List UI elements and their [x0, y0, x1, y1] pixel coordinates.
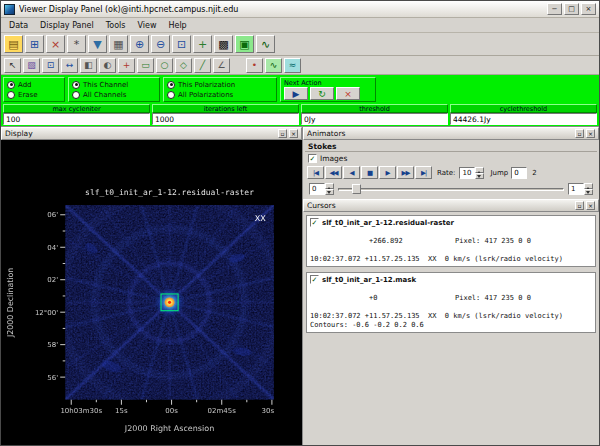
end-frame-spinbox[interactable]: 1 [568, 183, 593, 195]
main-area: Display ▫ × [1, 127, 599, 445]
menu-tools[interactable]: Tools [100, 20, 132, 31]
play-button[interactable]: ▶ [379, 166, 396, 179]
zoom-tool-icon[interactable]: ⊡ [42, 58, 59, 73]
iterate-deconvolution-button[interactable]: ↻ [310, 87, 334, 100]
cyclethreshold-input[interactable] [450, 113, 597, 125]
add-radio[interactable] [7, 81, 15, 89]
y-tick-5: 56' [47, 374, 58, 382]
cursor-value: +0 [369, 294, 455, 303]
max-cycleniter-field: max cycleniter [3, 104, 150, 125]
x-tick-3: 02m45s [208, 407, 237, 415]
all-channels-radio[interactable] [72, 91, 80, 99]
pan-icon[interactable]: + [193, 35, 212, 53]
checkerboard-icon[interactable]: ▩ [214, 35, 233, 53]
position-tool-icon[interactable]: + [118, 58, 135, 73]
zoom-out-icon[interactable]: ⊖ [151, 35, 170, 53]
maximize-button[interactable]: □ [564, 3, 579, 15]
spin-down-icon[interactable] [325, 189, 334, 195]
x-tick-4: 30s [262, 407, 275, 415]
float-icon[interactable]: ▫ [278, 129, 287, 138]
max-cycleniter-input[interactable] [3, 113, 150, 125]
minimize-button[interactable]: − [547, 3, 562, 15]
first-frame-button[interactable]: |◀ [307, 166, 324, 179]
rect-region-tool-icon[interactable]: ▭ [137, 58, 154, 73]
close-icon[interactable]: × [586, 201, 595, 210]
zoom-in-icon[interactable]: ⊕ [130, 35, 149, 53]
brightness-contrast-tool-icon[interactable]: ◐ [99, 58, 116, 73]
profile-tool-icon[interactable]: ∿ [265, 58, 282, 73]
cursor-contours: Contours: -0.6 -0.2 0.2 0.6 [310, 321, 592, 330]
channel-scope-group: This Channel All Channels [68, 77, 160, 102]
step-forward-button[interactable]: ▶▶ [397, 166, 414, 179]
y-tick-4: 58' [47, 341, 58, 349]
frame-total-label: 2 [532, 169, 536, 177]
stop-play-button[interactable]: ■ [361, 166, 378, 179]
pan-tool-icon[interactable]: ↔ [61, 58, 78, 73]
step-back-button[interactable]: ◀◀ [325, 166, 342, 179]
float-icon[interactable]: ▫ [575, 201, 584, 210]
rate-value: 10 [459, 167, 475, 179]
image-canvas[interactable]: slf_t0_init_ar_1-12.residual-raster XX 0… [1, 140, 302, 445]
iterations-left-input[interactable] [152, 113, 299, 125]
this-channel-label: This Channel [83, 81, 128, 89]
close-icon[interactable]: × [586, 129, 595, 138]
frame-slider[interactable] [338, 183, 564, 195]
colormap-fiddle-tool-icon[interactable]: ▧ [23, 58, 40, 73]
menu-help[interactable]: Help [162, 20, 192, 31]
this-channel-radio[interactable] [72, 81, 80, 89]
all-polarizations-radio[interactable] [167, 91, 175, 99]
polygon-region-tool-icon[interactable]: ◇ [175, 58, 192, 73]
ruler-tool-icon[interactable]: ∠ [213, 58, 230, 73]
menu-display-panel[interactable]: Display Panel [34, 20, 100, 31]
point-region-tool-icon[interactable]: • [246, 58, 263, 73]
cursor-pixel: Pixel: 417 235 0 0 [455, 237, 531, 245]
this-polarization-radio[interactable] [167, 81, 175, 89]
tracker-checkbox[interactable]: ✓ [310, 218, 319, 227]
erase-radio[interactable] [7, 91, 15, 99]
iterations-left-label: iterations left [152, 104, 299, 113]
float-icon[interactable]: ▫ [575, 129, 584, 138]
polyline-tool-icon[interactable]: ╱ [194, 58, 211, 73]
ellipse-region-tool-icon[interactable]: ○ [156, 58, 173, 73]
animators-panel: Animators ▫ × Stokes ✓ Images |◀◀◀◀■▶▶▶▶… [303, 127, 599, 199]
spectral-profile-icon[interactable]: ∿ [256, 35, 275, 53]
last-frame-button[interactable]: ▶| [415, 166, 432, 179]
rate-spinbox[interactable]: 10 [459, 167, 484, 179]
continue-deconvolution-button[interactable]: ▶ [284, 87, 308, 100]
animator-buttons: |◀◀◀◀■▶▶▶▶| [307, 166, 432, 179]
blink-icon[interactable]: ▣ [235, 35, 254, 53]
threshold-label: threshold [301, 104, 448, 113]
stop-deconvolution-button[interactable]: × [336, 87, 360, 100]
pointer-tool-icon[interactable]: ↖ [4, 58, 21, 73]
slider-handle[interactable] [352, 184, 361, 194]
menu-view[interactable]: View [131, 20, 162, 31]
residual-raster-image [59, 194, 280, 410]
app-icon [4, 4, 15, 15]
spin-down-icon[interactable] [584, 189, 593, 195]
zoom-fit-icon[interactable]: ⊡ [172, 35, 191, 53]
erase-label: Erase [18, 91, 38, 99]
all-polarizations-label: All Polarizations [178, 91, 233, 99]
frame-spinbox[interactable]: 0 [309, 183, 334, 195]
register-image-icon[interactable]: ⊞ [25, 35, 44, 53]
viewer-display-panel-window: Viewer Display Panel (ok)@inti.hpcnet.ca… [0, 0, 600, 446]
open-data-icon[interactable]: ▤ [4, 35, 23, 53]
close-icon[interactable]: × [289, 129, 298, 138]
images-checkbox[interactable]: ✓ [308, 154, 317, 163]
menu-data[interactable]: Data [3, 20, 34, 31]
save-panel-state-icon[interactable]: ▼ [88, 35, 107, 53]
y-axis-label: J2000 Declination [6, 268, 15, 338]
spin-down-icon[interactable] [475, 173, 484, 179]
close-image-icon[interactable]: × [46, 35, 65, 53]
fit-tool-icon[interactable]: ≈ [284, 58, 301, 73]
jump-input[interactable] [511, 167, 527, 179]
adjust-display-icon[interactable]: * [67, 35, 86, 53]
print-icon[interactable]: ▦ [109, 35, 128, 53]
stretch-tool-icon[interactable]: ◧ [80, 58, 97, 73]
y-tick-2: 02' [47, 276, 58, 284]
toolbar-divider [231, 65, 245, 66]
threshold-input[interactable] [301, 113, 448, 125]
tracker-checkbox[interactable]: ✓ [310, 275, 319, 284]
play-reverse-button[interactable]: ◀ [343, 166, 360, 179]
close-button[interactable]: × [581, 3, 596, 15]
